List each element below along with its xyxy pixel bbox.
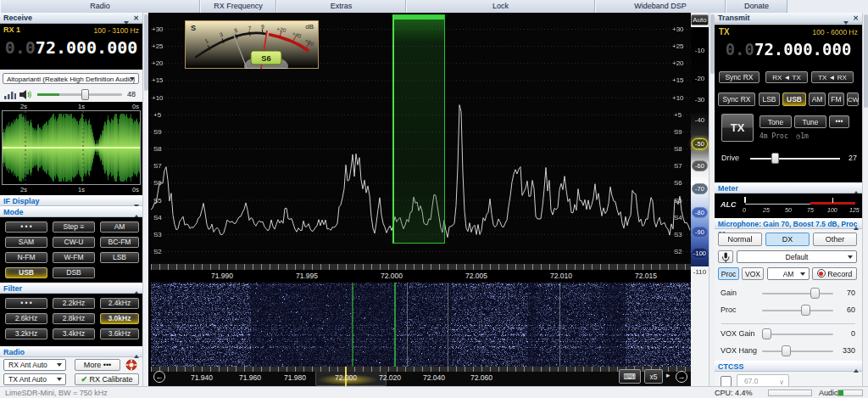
- filter-button-24[interactable]: 2.4kHz: [100, 298, 139, 309]
- section-if-display[interactable]: IF Display: [0, 195, 142, 206]
- proc-slider-thumb[interactable]: [801, 305, 810, 316]
- tune-options-button[interactable]: •••: [829, 115, 849, 128]
- tx-from-rx-button[interactable]: TX ◄ RX: [811, 71, 854, 83]
- mic-profile-other[interactable]: Other: [813, 233, 857, 246]
- filter-button-26[interactable]: 2.6kHz: [5, 313, 47, 324]
- tx-transmit-button[interactable]: TX: [721, 114, 754, 142]
- menu-item-donate[interactable]: Donate: [726, 0, 787, 13]
- tx-frequency-display[interactable]: 0.072.000.000: [715, 40, 862, 59]
- level-label[interactable]: -80: [692, 207, 708, 218]
- filter-button-22[interactable]: 2.2kHz: [53, 298, 95, 309]
- waterfall-canvas[interactable]: [151, 283, 691, 367]
- band-navigator[interactable]: 71.940 71.960 71.980 72.000 72.020 72.04…: [151, 367, 691, 386]
- level-label[interactable]: -70: [692, 183, 708, 194]
- mode-button-am[interactable]: AM: [100, 221, 139, 233]
- play-arrow-button[interactable]: ▸: [666, 371, 670, 379]
- tone-button[interactable]: Tone: [760, 115, 792, 128]
- proc-slider-track[interactable]: [762, 310, 833, 311]
- proc-toggle-button[interactable]: Proc: [718, 267, 739, 280]
- auto-scale-button[interactable]: Auto: [691, 14, 709, 25]
- mode-button-dots[interactable]: • • •: [5, 221, 47, 233]
- sync-rx-button-2[interactable]: Sync RX: [718, 92, 755, 106]
- rx-calibrate-button[interactable]: ✔ RX Calibrate: [75, 373, 139, 385]
- vox-gain-slider-track[interactable]: [762, 334, 833, 335]
- tx-antenna-select[interactable]: TX Ant Auto: [3, 373, 66, 385]
- section-radio[interactable]: Radio: [0, 346, 142, 357]
- tx-mode-fm[interactable]: FM: [828, 92, 844, 106]
- close-icon[interactable]: ✕: [853, 13, 859, 24]
- tx-mode-am[interactable]: AM: [809, 92, 826, 106]
- vox-hang-slider-track[interactable]: [762, 350, 833, 352]
- level-gradient-slider[interactable]: -10 -20 -30 -40 -50 -60 -70 -80 -90 -100: [691, 27, 709, 266]
- transmit-panel-header[interactable]: Transmit ✕: [715, 13, 862, 24]
- mic-device-select[interactable]: Default: [737, 250, 857, 263]
- mode-button-usb[interactable]: USB: [5, 267, 47, 278]
- drive-slider-thumb[interactable]: [771, 153, 779, 164]
- transmit-scrollbar[interactable]: [862, 13, 868, 386]
- scroll-right-button[interactable]: →: [676, 371, 687, 383]
- scroll-left-button[interactable]: ←: [153, 371, 165, 383]
- volume-slider-thumb[interactable]: [81, 89, 89, 100]
- level-label[interactable]: -60: [692, 160, 708, 171]
- mode-button-dsb[interactable]: DSB: [53, 267, 95, 278]
- menu-item-radio[interactable]: Radio: [0, 0, 200, 13]
- mic-profile-dx[interactable]: DX: [765, 233, 810, 246]
- center-scrollbar[interactable]: [709, 13, 715, 386]
- rx-from-tx-button[interactable]: RX ◄ TX: [765, 71, 808, 83]
- sync-rx-button[interactable]: Sync RX: [719, 71, 760, 83]
- menu-item-wideband-dsp[interactable]: Wideband DSP: [595, 0, 726, 13]
- vox-toggle-button[interactable]: VOX: [742, 267, 764, 280]
- rx-frequency-display[interactable]: 0.072.000.000: [0, 37, 142, 58]
- mode-button-lsb[interactable]: LSB: [100, 252, 139, 263]
- record-button[interactable]: Record: [812, 267, 857, 280]
- section-filter[interactable]: Filter: [0, 283, 142, 294]
- tx-mode-lsb[interactable]: LSB: [759, 92, 780, 106]
- tx-mode-select[interactable]: AM: [767, 267, 810, 280]
- help-lifering-icon[interactable]: [125, 359, 137, 371]
- section-ctcss[interactable]: CTCSS: [715, 361, 862, 372]
- mic-profile-normal[interactable]: Normal: [718, 233, 762, 246]
- section-microphone[interactable]: Microphone: Gain 70, Boost 7.5 dB, Proc …: [715, 218, 862, 229]
- mic-button[interactable]: [718, 250, 733, 263]
- mode-button-wfm[interactable]: W-FM: [53, 252, 95, 263]
- mode-button-step[interactable]: Step ≡: [53, 221, 95, 233]
- more-button[interactable]: More •••: [75, 359, 120, 371]
- ctcss-checkbox[interactable]: [721, 376, 732, 386]
- drive-slider-track[interactable]: [750, 158, 840, 160]
- receive-scrollbar[interactable]: [142, 13, 148, 386]
- keyboard-entry-button[interactable]: ⌨: [619, 369, 641, 384]
- vox-gain-slider-thumb[interactable]: [762, 328, 771, 339]
- mode-button-nfm[interactable]: N-FM: [5, 252, 47, 263]
- filter-passband[interactable]: [392, 14, 445, 244]
- level-label[interactable]: -90: [692, 227, 708, 238]
- filter-button-dots[interactable]: • • •: [5, 298, 47, 309]
- level-label[interactable]: -100: [692, 248, 708, 259]
- menu-item-rx-frequency[interactable]: RX Frequency: [200, 0, 276, 13]
- menu-item-extras[interactable]: Extras: [276, 0, 406, 13]
- filter-button-30[interactable]: 3.0kHz: [100, 313, 139, 324]
- mode-button-cwu[interactable]: CW-U: [53, 237, 95, 248]
- mode-button-sam[interactable]: SAM: [5, 237, 47, 248]
- filter-button-36[interactable]: 3.6kHz: [100, 328, 139, 339]
- transmit-scrollbar-thumb[interactable]: [864, 14, 868, 108]
- tune-button[interactable]: Tune: [794, 115, 826, 128]
- speaker-icon[interactable]: [19, 89, 33, 100]
- audio-device-select[interactable]: Altoparlanti (Realtek High Definition Au…: [3, 73, 139, 84]
- filter-button-32[interactable]: 3.2kHz: [5, 328, 47, 339]
- tx-mode-usb[interactable]: USB: [782, 92, 806, 106]
- vox-hang-slider-thumb[interactable]: [782, 345, 791, 356]
- volume-slider-track[interactable]: [37, 93, 122, 96]
- section-mode[interactable]: Mode: [0, 206, 142, 217]
- rx-antenna-select[interactable]: RX Ant Auto: [3, 359, 66, 371]
- ctcss-tone-select[interactable]: 67.0 ∨: [737, 374, 789, 386]
- zoom-button[interactable]: x5: [644, 369, 663, 384]
- close-icon[interactable]: ✕: [133, 13, 139, 24]
- filter-button-34[interactable]: 3.4kHz: [53, 328, 95, 339]
- mode-button-bcfm[interactable]: BC-FM: [100, 237, 139, 248]
- receive-panel-header[interactable]: Receive ✕: [0, 13, 142, 24]
- tx-mode-cw[interactable]: CW: [847, 92, 859, 106]
- section-meter[interactable]: Meter: [715, 182, 862, 193]
- filter-button-28[interactable]: 2.8kHz: [53, 313, 95, 324]
- gain-slider-track[interactable]: [762, 293, 833, 294]
- level-label-selected[interactable]: -50: [692, 138, 708, 149]
